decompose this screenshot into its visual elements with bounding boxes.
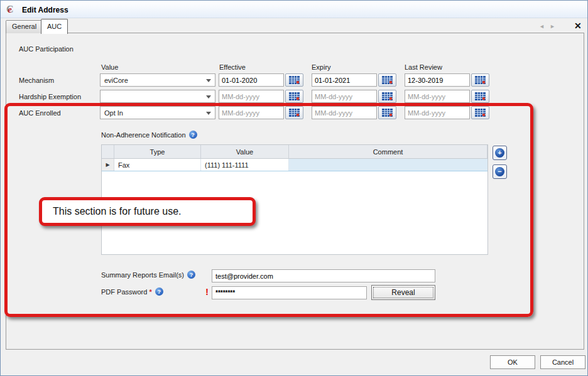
- row-indicator-header: [102, 145, 114, 158]
- chevron-down-icon: [206, 112, 211, 115]
- pdf-password-label-row: PDF Password * ?: [101, 287, 163, 296]
- auc-enrolled-last-review-input[interactable]: [405, 106, 470, 119]
- chevron-down-icon: [206, 79, 211, 82]
- hardship-effective-calendar-icon[interactable]: [285, 90, 303, 103]
- summary-email-input[interactable]: [212, 269, 435, 282]
- auc-enrolled-expiry-calendar-icon[interactable]: [378, 106, 396, 119]
- tab-general[interactable]: General: [6, 20, 43, 33]
- tab-scroll-right-icon[interactable]: ►: [550, 23, 555, 30]
- minus-icon: −: [495, 167, 504, 176]
- auc-enrolled-value: Opt In: [104, 109, 123, 117]
- remove-row-button[interactable]: −: [493, 164, 507, 179]
- summary-email-label-row: Summary Reports Email(s) ?: [101, 271, 195, 279]
- cell-type: Fax: [114, 159, 201, 171]
- col-comment[interactable]: Comment: [289, 145, 487, 158]
- notification-table: Type Value Comment ▶ Fax (111) 111-1111: [101, 144, 488, 255]
- mechanism-expiry-calendar-icon[interactable]: [378, 73, 396, 87]
- validation-alert-icon: !: [205, 286, 209, 297]
- cell-value: (111) 111-1111: [201, 159, 289, 171]
- auc-enrolled-label: AUC Enrolled: [19, 106, 61, 120]
- hardship-last-review-input[interactable]: [405, 90, 470, 103]
- hardship-last-review-calendar-icon[interactable]: [471, 90, 489, 103]
- cancel-button[interactable]: Cancel: [540, 355, 585, 369]
- auc-enrolled-effective-input[interactable]: [219, 106, 284, 119]
- add-row-button[interactable]: +: [493, 146, 507, 160]
- auc-enrolled-effective-calendar-icon[interactable]: [285, 106, 303, 119]
- notification-table-header: Type Value Comment: [102, 145, 487, 159]
- mechanism-effective-input[interactable]: [219, 73, 284, 87]
- row-indicator-cell: ▶: [102, 159, 114, 171]
- auc-enrolled-last-review-calendar-icon[interactable]: [471, 106, 489, 119]
- plus-icon: +: [495, 148, 504, 158]
- edit-address-dialog: Ce Edit Address General AUC ◄ ► ✕ AUC Pa…: [0, 0, 588, 376]
- help-icon[interactable]: ?: [187, 271, 195, 279]
- title-bar: Ce Edit Address: [1, 1, 587, 18]
- required-asterisk: *: [149, 288, 151, 296]
- summary-email-label: Summary Reports Email(s): [101, 271, 184, 279]
- mechanism-dropdown[interactable]: eviCore: [100, 73, 215, 87]
- tab-auc[interactable]: AUC: [41, 19, 68, 34]
- section-title: AUC Participation: [19, 42, 74, 56]
- hardship-exemption-label: Hardship Exemption: [19, 90, 81, 104]
- tab-auc-label: AUC: [47, 23, 62, 30]
- col-header-effective: Effective: [219, 63, 246, 72]
- app-logo-icon: Ce: [6, 4, 21, 15]
- col-header-expiry: Expiry: [312, 63, 331, 72]
- auc-enrolled-expiry-input[interactable]: [312, 106, 377, 119]
- col-type[interactable]: Type: [114, 145, 201, 158]
- help-icon[interactable]: ?: [189, 131, 197, 139]
- col-header-last-review: Last Review: [405, 63, 442, 72]
- non-adherence-label-row: Non-Adherence Notification ?: [101, 131, 197, 139]
- mechanism-effective-calendar-icon[interactable]: [285, 73, 303, 87]
- non-adherence-label: Non-Adherence Notification: [101, 131, 186, 139]
- help-icon[interactable]: ?: [155, 287, 163, 296]
- ok-button[interactable]: OK: [490, 355, 535, 369]
- mechanism-expiry-input[interactable]: [312, 73, 377, 87]
- chevron-down-icon: [206, 95, 211, 99]
- window-title: Edit Address: [22, 6, 68, 14]
- close-icon[interactable]: ✕: [574, 21, 582, 31]
- hardship-exemption-dropdown[interactable]: [100, 90, 215, 103]
- ok-button-label: OK: [508, 358, 518, 366]
- pdf-password-label: PDF Password *: [101, 288, 152, 296]
- auc-enrolled-dropdown[interactable]: Opt In: [100, 106, 215, 119]
- row-selector-icon: ▶: [106, 162, 109, 168]
- cell-comment: [289, 159, 487, 171]
- mechanism-last-review-input[interactable]: [405, 73, 470, 87]
- hardship-expiry-calendar-icon[interactable]: [378, 90, 396, 103]
- mechanism-label: Mechanism: [19, 73, 54, 87]
- mechanism-last-review-calendar-icon[interactable]: [471, 73, 489, 87]
- tab-scroll-left-icon[interactable]: ◄: [539, 23, 545, 30]
- col-value[interactable]: Value: [201, 145, 289, 158]
- tab-general-label: General: [12, 23, 36, 30]
- mechanism-value: eviCore: [104, 77, 128, 84]
- reveal-button[interactable]: Reveal: [371, 285, 435, 300]
- pdf-password-input[interactable]: [212, 286, 367, 299]
- table-row[interactable]: ▶ Fax (111) 111-1111: [102, 159, 487, 171]
- col-header-value: Value: [101, 63, 118, 72]
- hardship-expiry-input[interactable]: [312, 90, 377, 103]
- cancel-button-label: Cancel: [552, 358, 574, 366]
- hardship-effective-input[interactable]: [219, 90, 284, 103]
- reveal-button-label: Reveal: [391, 288, 415, 297]
